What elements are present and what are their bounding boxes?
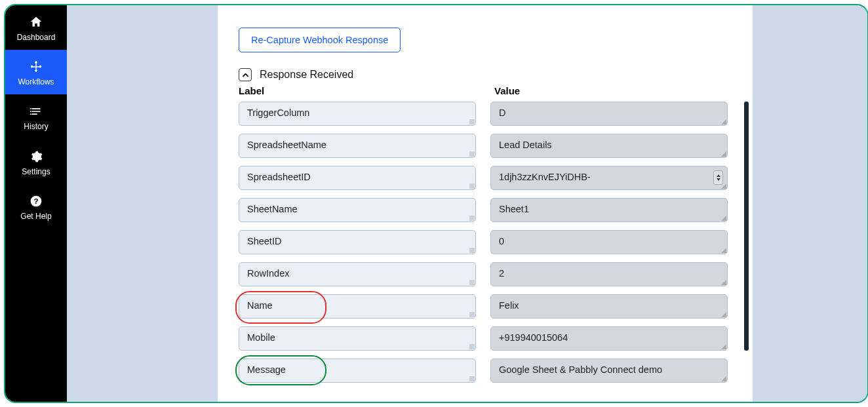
svg-point-2 <box>30 114 31 115</box>
scrollbar[interactable] <box>744 102 749 351</box>
sidebar-item-dashboard[interactable]: Dashboard <box>5 5 67 50</box>
data-row: SheetNameSheet1 <box>239 198 740 222</box>
svg-point-1 <box>30 111 31 112</box>
value-cell[interactable]: +919940015064 <box>490 326 728 351</box>
help-icon: ? <box>27 193 45 210</box>
sidebar-item-label: History <box>24 123 48 131</box>
data-row: SheetID0 <box>239 230 740 254</box>
sidebar-item-history[interactable]: History <box>5 94 67 139</box>
sidebar: Dashboard Workflows History Settings ? G… <box>5 5 67 402</box>
recapture-webhook-button[interactable]: Re-Capture Webhook Response <box>239 28 401 52</box>
sidebar-item-settings[interactable]: Settings <box>5 140 67 184</box>
response-received-title: Response Received <box>260 69 353 81</box>
sidebar-item-workflows[interactable]: Workflows <box>5 50 67 94</box>
value-cell[interactable]: D <box>490 102 728 126</box>
data-row: SpreadsheetID1djh3zzKnvEJYiDHB- <box>239 166 740 190</box>
label-cell[interactable]: TriggerColumn <box>239 102 476 126</box>
label-cell[interactable]: SpreadsheetName <box>239 134 476 158</box>
data-row: RowIndex2 <box>239 262 740 286</box>
sidebar-item-label: Settings <box>22 168 50 176</box>
value-cell[interactable]: 0 <box>490 230 728 254</box>
value-cell[interactable]: 1djh3zzKnvEJYiDHB- <box>490 166 728 190</box>
sidebar-item-label: Dashboard <box>17 33 56 42</box>
sidebar-item-label: Get Help <box>20 212 51 221</box>
history-icon <box>27 103 45 120</box>
column-header-label: Label <box>239 85 494 96</box>
column-header-value: Value <box>494 85 520 96</box>
data-row: Mobile+919940015064 <box>239 326 740 351</box>
sidebar-item-get-help[interactable]: ? Get Help <box>5 184 67 229</box>
value-cell[interactable]: Lead Details <box>490 134 728 158</box>
stepper-icon[interactable] <box>713 170 723 185</box>
label-cell[interactable]: Message <box>239 359 476 383</box>
data-row: NameFelix <box>239 294 740 319</box>
svg-point-0 <box>30 108 31 109</box>
label-cell[interactable]: Mobile <box>239 326 476 351</box>
workflow-icon <box>27 58 45 75</box>
label-cell[interactable]: SheetName <box>239 198 476 222</box>
webhook-response-panel: Re-Capture Webhook Response Response Rec… <box>218 5 753 402</box>
label-cell[interactable]: Name <box>239 294 476 319</box>
data-row: TriggerColumnD <box>239 102 740 126</box>
chevron-up-icon <box>242 71 249 79</box>
label-cell[interactable]: RowIndex <box>239 262 476 286</box>
svg-text:?: ? <box>33 197 38 205</box>
data-row: MessageGoogle Sheet & Pabbly Connect dem… <box>239 359 740 383</box>
gear-icon <box>27 148 45 165</box>
label-cell[interactable]: SpreadsheetID <box>239 166 476 190</box>
collapse-toggle[interactable] <box>239 68 252 81</box>
value-cell[interactable]: Google Sheet & Pabbly Connect demo <box>490 359 728 383</box>
home-icon <box>27 14 45 31</box>
main-area: Re-Capture Webhook Response Response Rec… <box>67 5 867 402</box>
sidebar-item-label: Workflows <box>18 78 54 87</box>
value-cell[interactable]: Felix <box>490 294 728 319</box>
response-data-table: TriggerColumnDSpreadsheetNameLead Detail… <box>239 102 740 383</box>
value-cell[interactable]: 2 <box>490 262 728 286</box>
label-cell[interactable]: SheetID <box>239 230 476 254</box>
value-cell[interactable]: Sheet1 <box>490 198 728 222</box>
data-row: SpreadsheetNameLead Details <box>239 134 740 158</box>
